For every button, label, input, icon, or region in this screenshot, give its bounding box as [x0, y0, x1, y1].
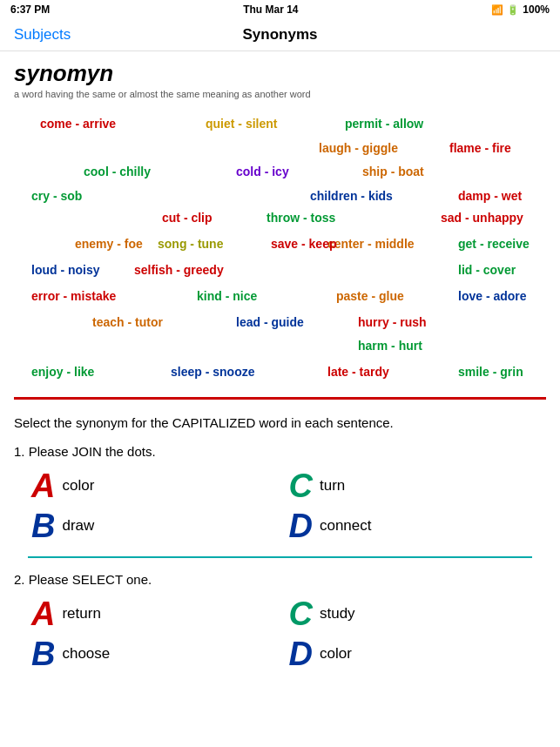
answer-letter-b: B [31, 637, 55, 670]
synonym-word: kind - nice [197, 289, 257, 303]
status-right-icons: 📶 🔋 100% [491, 3, 550, 16]
synonym-word: come - arrive [40, 117, 116, 131]
answer-grid-2: AreturnCstudyBchooseDcolor [14, 597, 546, 670]
back-button[interactable]: Subjects [14, 26, 71, 44]
synonym-word: late - tardy [327, 365, 389, 379]
synonym-word: enjoy - like [31, 365, 94, 379]
synonym-word: get - receive [458, 237, 530, 251]
synonyms-section: synomyn a word having the same or almost… [0, 51, 560, 394]
answer-option-a[interactable]: Areturn [31, 597, 272, 630]
answer-text-c: turn [320, 477, 345, 495]
answer-letter-a: A [31, 469, 55, 502]
answer-text-c: study [320, 605, 355, 622]
battery-indicator: 🔋 [507, 4, 519, 16]
answer-option-b[interactable]: Bchoose [31, 637, 272, 670]
quiz-instruction: Select the synonym for the CAPITALIZED w… [14, 414, 546, 434]
synonym-word: throw - toss [267, 211, 335, 225]
syn-subtitle: a word having the same or almost the sam… [14, 89, 546, 99]
answer-text-b: choose [62, 645, 110, 663]
red-divider [14, 397, 546, 400]
synonym-word: paste - glue [336, 289, 404, 303]
status-day: Thu Mar 14 [243, 3, 298, 16]
synonym-word: enemy - foe [75, 237, 143, 251]
answer-text-b: draw [62, 517, 94, 535]
synonym-word: save - keep [271, 237, 337, 251]
synonym-word: error - mistake [31, 289, 116, 303]
word-cloud: come - arrivequiet - silentpermit - allo… [14, 108, 546, 387]
synonym-word: quiet - silent [206, 117, 277, 131]
synonym-word: children - kids [310, 189, 393, 203]
answer-text-a: return [62, 605, 100, 622]
status-bar: 6:37 PM Thu Mar 14 📶 🔋 100% [0, 0, 560, 19]
synonym-word: love - adore [458, 289, 527, 303]
synonym-word: selfish - greedy [134, 263, 224, 277]
answer-letter-d: D [289, 637, 313, 670]
answer-letter-d: D [289, 509, 313, 542]
synonym-word: sad - unhappy [441, 211, 523, 225]
synonym-word: lid - cover [458, 263, 516, 277]
question-2-label: 2. Please SELECT one. [14, 572, 546, 587]
answer-option-a[interactable]: Acolor [31, 469, 272, 502]
battery-pct: 100% [523, 3, 550, 16]
nav-bar: Subjects Synonyms [0, 19, 560, 51]
synonym-word: ship - boat [362, 165, 424, 178]
synonym-word: teach - tutor [92, 315, 163, 329]
synonym-word: center - middle [327, 237, 415, 251]
synonym-word: cry - sob [31, 189, 82, 203]
page-title: Synonyms [243, 26, 318, 44]
status-time: 6:37 PM [10, 3, 50, 16]
answer-option-d[interactable]: Dcolor [289, 637, 530, 670]
synonym-word: laugh - giggle [319, 141, 398, 155]
answer-text-d: color [320, 645, 352, 663]
synonym-word: flame - fire [449, 141, 511, 155]
syn-title: synomyn [14, 60, 546, 87]
synonym-word: cold - icy [236, 165, 289, 178]
synonym-word: cut - clip [162, 211, 213, 225]
answer-letter-b: B [31, 509, 55, 542]
synonym-word: song - tune [158, 237, 223, 251]
answer-option-c[interactable]: Cturn [289, 469, 530, 502]
answer-text-d: connect [320, 517, 372, 535]
synonym-word: sleep - snooze [171, 365, 254, 379]
question-1-label: 1. Please JOIN the dots. [14, 444, 546, 459]
wifi-icon: 📶 [491, 4, 503, 16]
answer-option-c[interactable]: Cstudy [289, 597, 530, 630]
quiz-section: Select the synonym for the CAPITALIZED w… [0, 414, 560, 670]
synonym-word: lead - guide [236, 315, 304, 329]
synonym-word: damp - wet [458, 189, 522, 203]
synonym-word: hurry - rush [358, 315, 427, 329]
synonym-word: smile - grin [458, 365, 523, 379]
answer-letter-a: A [31, 597, 55, 630]
teal-divider [28, 556, 532, 558]
synonym-word: loud - noisy [31, 263, 100, 277]
answer-grid-1: AcolorCturnBdrawDconnect [14, 469, 546, 542]
synonym-word: cool - chilly [84, 165, 151, 178]
answer-option-b[interactable]: Bdraw [31, 509, 272, 542]
answer-letter-c: C [289, 469, 313, 502]
synonym-word: permit - allow [345, 117, 423, 131]
answer-text-a: color [62, 477, 94, 495]
answer-option-d[interactable]: Dconnect [289, 509, 530, 542]
answer-letter-c: C [289, 597, 313, 630]
synonym-word: harm - hurt [358, 339, 422, 353]
